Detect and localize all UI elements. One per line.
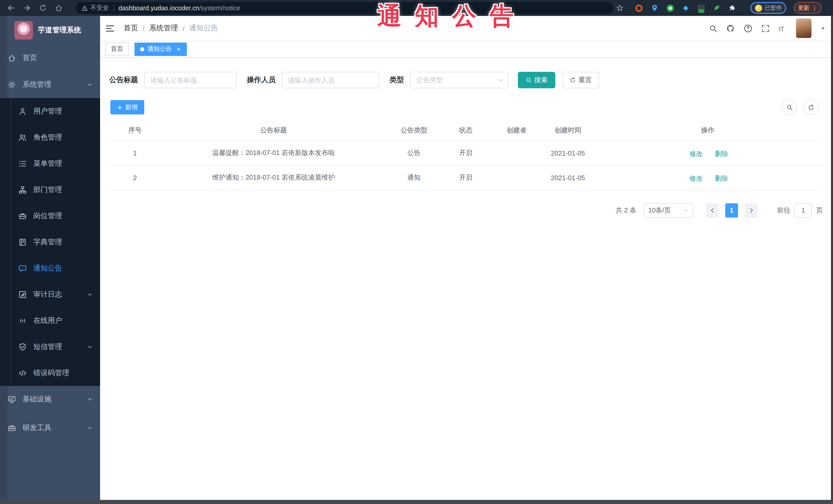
sidebar-item-notice[interactable]: 通知公告 — [0, 255, 100, 281]
navbar-actions: tT — [709, 19, 826, 38]
extension-pin-icon[interactable] — [651, 4, 659, 12]
sidebar-item-system[interactable]: 系统管理 — [0, 71, 100, 98]
cell-index: 2 — [109, 165, 161, 190]
title-filter-label: 公告标题 — [109, 75, 138, 85]
overlay-caption: 通知公告 — [377, 0, 527, 32]
col-actions: 操作 — [593, 120, 823, 141]
sidebar-item-label: 通知公告 — [33, 264, 62, 273]
tab-home[interactable]: 首页 — [105, 42, 129, 56]
tab-label: 通知公告 — [147, 45, 172, 53]
prev-page-button[interactable] — [706, 203, 718, 217]
help-icon[interactable] — [744, 24, 753, 32]
sidebar-item-sms[interactable]: 短信管理 — [0, 334, 100, 360]
screen: 不安全 dashboard.yudao.iocoder.cn /system/n… — [0, 0, 833, 504]
url-path: /system/notice — [199, 4, 240, 11]
extension-leaf-icon[interactable] — [713, 4, 721, 12]
sidebar-item-label: 岗位管理 — [33, 211, 62, 220]
sidebar-logo[interactable]: 芋道管理系统 — [0, 16, 100, 45]
notice-table: 序号 公告标题 公告类型 状态 创建者 创建时间 操作 1 温馨提醒：2018- — [109, 120, 823, 190]
fullscreen-icon[interactable] — [761, 24, 770, 32]
sidebar: 芋道管理系统 首页 系统管理 用户管理 角色管理 — [0, 16, 100, 500]
security-label: 不安全 — [90, 4, 109, 12]
search-button-label: 搜索 — [534, 75, 548, 85]
tab-notice[interactable]: 通知公告 — [135, 42, 187, 56]
home-icon[interactable] — [55, 4, 63, 12]
edit-doc-icon — [19, 290, 27, 298]
sidebar-item-posts[interactable]: 岗位管理 — [0, 203, 100, 229]
sidebar-item-label: 审计日志 — [33, 290, 62, 299]
sidebar-item-online-users[interactable]: 在线用户 — [0, 307, 100, 334]
page-unit-label: 页 — [816, 206, 823, 215]
url-separator — [114, 5, 114, 11]
chevron-down-icon — [87, 425, 93, 431]
user-avatar[interactable] — [796, 19, 811, 38]
add-button[interactable]: 新增 — [110, 100, 144, 115]
table-row: 1 温馨提醒：2018-07-01 若依新版本发布啦 公告 开启 2021-01… — [109, 141, 823, 165]
sidebar-item-home[interactable]: 首页 — [0, 45, 100, 71]
sidebar-item-roles[interactable]: 角色管理 — [0, 124, 100, 150]
page-size-select[interactable]: 10条/页 — [644, 203, 693, 217]
extensions-puzzle-icon[interactable] — [729, 4, 737, 12]
github-icon[interactable] — [726, 24, 735, 32]
active-tab-dot — [140, 47, 144, 51]
extension-on-badge-icon[interactable] — [697, 5, 705, 11]
extension-diamond-icon[interactable] — [682, 4, 689, 11]
current-page-button[interactable]: 1 — [725, 203, 738, 217]
extension-orange-icon[interactable] — [636, 4, 643, 11]
title-filter-input[interactable] — [144, 72, 237, 88]
breadcrumb-home[interactable]: 首页 — [124, 24, 138, 33]
edit-link[interactable]: 修改 — [687, 149, 703, 158]
type-filter-select[interactable]: 公告类型 — [410, 72, 509, 88]
bookmark-star-icon[interactable] — [616, 4, 624, 12]
delete-link[interactable]: 删除 — [713, 149, 728, 158]
type-select-placeholder: 公告类型 — [416, 75, 443, 85]
table-header-row: 序号 公告标题 公告类型 状态 创建者 创建时间 操作 — [109, 120, 823, 141]
chevron-down-icon — [87, 396, 93, 402]
reset-button-label: 重置 — [578, 75, 592, 85]
close-icon[interactable] — [176, 46, 181, 52]
logo-image — [15, 21, 33, 40]
sidebar-item-departments[interactable]: 部门管理 — [0, 176, 100, 203]
sidebar-item-menus[interactable]: 菜单管理 — [0, 150, 100, 176]
next-page-button[interactable] — [745, 203, 758, 217]
search-button[interactable]: 搜索 — [518, 72, 555, 88]
tab-label: 首页 — [111, 45, 123, 53]
svg-text:tT: tT — [779, 25, 784, 32]
edit-link[interactable]: 修改 — [687, 174, 703, 183]
breadcrumb-system[interactable]: 系统管理 — [149, 24, 178, 33]
sidebar-item-dev-tools[interactable]: 研发工具 — [0, 415, 100, 441]
kebab-menu-icon[interactable] — [811, 5, 817, 11]
search-icon[interactable] — [709, 24, 717, 32]
font-size-icon[interactable]: tT — [779, 24, 787, 32]
search-icon — [526, 77, 532, 83]
reload-icon[interactable] — [39, 4, 47, 12]
back-icon[interactable] — [7, 4, 15, 12]
sidebar-item-dict[interactable]: 字典管理 — [0, 229, 100, 255]
hamburger-icon[interactable] — [105, 23, 115, 33]
sidebar-item-users[interactable]: 用户管理 — [0, 98, 100, 124]
reset-button[interactable]: 重置 — [563, 72, 599, 88]
sidebar-item-label: 错误码管理 — [33, 368, 69, 378]
delete-link[interactable]: 删除 — [713, 174, 728, 183]
sidebar-item-audit-log[interactable]: 审计日志 — [0, 281, 100, 307]
refresh-table-button[interactable] — [803, 100, 818, 115]
goto-label: 前往 — [777, 206, 790, 215]
browser-nav — [7, 0, 63, 16]
sidebar-item-error-codes[interactable]: 错误码管理 — [0, 360, 100, 386]
browser-profile-chip[interactable]: 已暂停 — [751, 2, 786, 14]
goto-page-input[interactable] — [794, 203, 812, 217]
briefcase-icon — [19, 212, 27, 220]
org-tree-icon — [19, 186, 27, 194]
sidebar-item-label: 研发工具 — [23, 424, 51, 433]
delete-label: 删除 — [715, 174, 728, 183]
operator-filter-input[interactable] — [282, 72, 379, 88]
toggle-search-button[interactable] — [782, 100, 797, 115]
sidebar-item-infrastructure[interactable]: 基础设施 — [0, 386, 100, 413]
browser-update-button[interactable]: 更新 — [794, 2, 822, 14]
cell-creator — [490, 141, 543, 165]
extension-green-icon[interactable] — [667, 4, 674, 11]
url-bar[interactable]: 不安全 dashboard.yudao.iocoder.cn /system/n… — [75, 2, 613, 14]
caret-down-icon[interactable] — [820, 25, 826, 31]
table-row: 2 维护通知：2018-07-01 若依系统凌晨维护 通知 开启 2021-01… — [109, 165, 823, 190]
forward-icon[interactable] — [23, 4, 31, 12]
